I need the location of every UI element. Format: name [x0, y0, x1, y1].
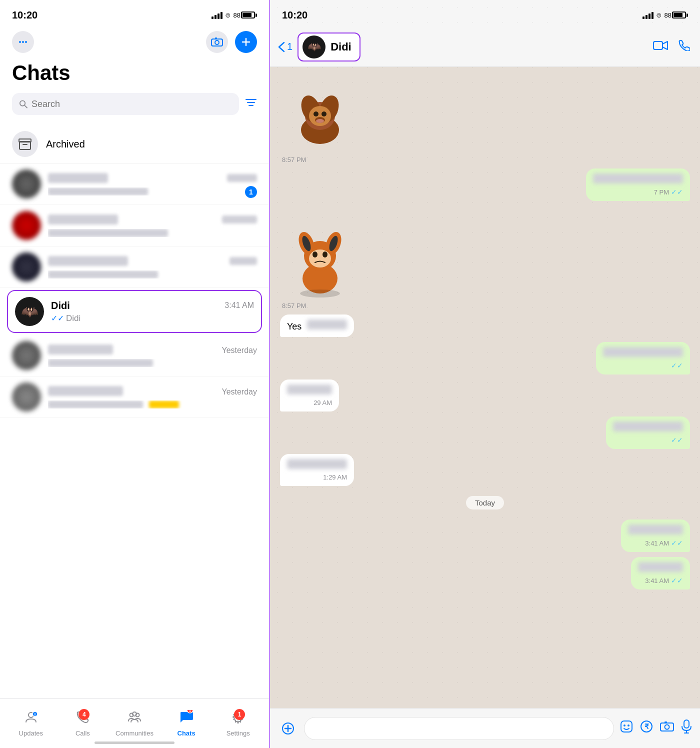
chat-time: Yesterday — [222, 346, 257, 355]
svg-point-51 — [628, 724, 630, 726]
double-tick-icon: ✓✓ — [671, 576, 683, 584]
battery-tip — [256, 14, 257, 17]
chat-time — [230, 257, 257, 267]
right-panel: 10:20 ⌾ 88 1 — [270, 0, 700, 748]
filter-icon[interactable] — [245, 98, 257, 110]
avatar — [12, 382, 41, 412]
search-bar[interactable] — [12, 93, 239, 115]
bubble-time: 7 PM — [654, 188, 669, 196]
message-input[interactable] — [304, 717, 614, 740]
video-icon — [653, 40, 668, 51]
communities-icon — [128, 710, 142, 728]
menu-button[interactable] — [12, 31, 34, 53]
tab-calls[interactable]: 4 Calls — [57, 710, 109, 737]
voice-call-button[interactable] — [678, 39, 690, 54]
chat-content: Yesterday — [48, 344, 257, 367]
right-signal-bars-icon — [642, 11, 654, 19]
chat-time: Yesterday — [222, 388, 257, 396]
settings-badge: 1 — [234, 709, 245, 720]
wifi-icon: ⌾ — [226, 10, 230, 20]
archive-box-icon — [18, 138, 32, 150]
camera-button[interactable] — [206, 31, 228, 53]
left-time: 10:20 — [12, 10, 38, 21]
tab-chats[interactable]: 1 Chats — [160, 710, 212, 737]
chat-content — [48, 173, 257, 196]
sent-bubble-4: 3:41 AM ✓✓ — [621, 520, 690, 552]
list-item[interactable]: Yesterday — [0, 335, 269, 376]
chat-preview — [48, 270, 257, 278]
bubble-time-row: ✓✓ — [603, 362, 683, 370]
list-item[interactable]: 1 — [0, 164, 269, 205]
archived-row[interactable]: Archived — [0, 125, 269, 164]
received-bubble: Yes — [280, 314, 354, 337]
svg-text:₹: ₹ — [644, 722, 649, 730]
svg-point-1 — [22, 41, 24, 43]
dog-sticker-svg — [285, 80, 355, 150]
chat-content — [48, 256, 257, 278]
svg-point-33 — [322, 112, 326, 116]
chat-header-name: Didi — [330, 40, 352, 54]
bubble-text: Yes — [287, 322, 302, 332]
blurred-preview-2 — [149, 400, 179, 408]
contact-header-highlight: 🦇 Didi — [298, 32, 360, 62]
plus-circle-icon — [282, 722, 294, 735]
svg-point-19 — [34, 715, 36, 716]
rupee-icon: ₹ — [640, 720, 653, 733]
svg-point-32 — [314, 112, 318, 116]
chat-name — [48, 344, 113, 357]
search-input[interactable] — [32, 99, 232, 110]
svg-rect-26 — [654, 42, 662, 50]
chat-header-row — [48, 256, 257, 268]
avatar — [12, 341, 41, 370]
sent-bubble-5: 3:41 AM ✓✓ — [631, 557, 690, 590]
double-tick-icon: ✓✓ — [51, 314, 64, 323]
signal-bars-icon — [212, 11, 222, 19]
chat-preview-didi: ✓✓ Didi — [51, 314, 254, 324]
chat-input-bar: ₹ — [270, 708, 700, 748]
add-attachment-button[interactable] — [278, 718, 298, 738]
tab-updates[interactable]: Updates — [5, 710, 57, 737]
filter-lines-icon — [245, 98, 257, 108]
video-call-button[interactable] — [653, 39, 668, 54]
sticker-button[interactable] — [620, 720, 633, 736]
search-bar-container — [0, 93, 269, 125]
microphone-icon — [681, 720, 692, 734]
double-tick-icon: ✓✓ — [671, 188, 683, 196]
tab-communities[interactable]: Communities — [108, 710, 160, 737]
chat-header-row: Yesterday — [48, 386, 257, 398]
list-item[interactable] — [0, 205, 269, 246]
message-row: 8:57 PM — [280, 206, 690, 310]
compose-button[interactable] — [235, 31, 257, 53]
chat-top-bar: 1 🦇 Didi — [270, 27, 700, 67]
camera-input-button[interactable] — [660, 720, 674, 736]
chats-svg-icon: 1 — [179, 710, 194, 724]
blurred-preview — [48, 400, 143, 408]
dots-icon — [18, 36, 28, 48]
list-item[interactable]: Yesterday — [0, 376, 269, 418]
right-battery-tip — [686, 14, 688, 17]
blurred-content — [287, 459, 347, 469]
svg-point-42 — [309, 250, 331, 268]
back-button[interactable]: 1 — [278, 41, 292, 52]
double-tick-icon: ✓✓ — [671, 539, 683, 547]
rupee-button[interactable]: ₹ — [640, 720, 653, 736]
tab-settings[interactable]: 1 Settings — [212, 710, 264, 737]
blurred-preview — [48, 229, 168, 237]
chat-top-bar-left: 1 🦇 Didi — [278, 32, 360, 62]
bubble-time-row: ✓✓ — [613, 436, 683, 444]
list-item-didi[interactable]: 🦇 Didi 3:41 AM ✓✓ Didi — [7, 290, 262, 333]
list-item[interactable] — [0, 246, 269, 288]
calls-badge: 4 — [78, 709, 90, 720]
blurred-name — [48, 386, 123, 396]
blurred-preview — [48, 270, 158, 278]
bubble-time-row: 29 AM — [287, 399, 332, 406]
right-battery-pct: 88 — [664, 12, 672, 19]
left-panel: 10:20 ⌾ 88 — [0, 0, 270, 748]
bubble-time-row: 3:41 AM ✓✓ — [628, 539, 683, 547]
sticker-icon — [620, 720, 633, 733]
avatar-batman: 🦇 — [15, 297, 44, 326]
chat-messages: 8:57 PM 7 PM ✓✓ — [270, 67, 700, 708]
blurred-content — [638, 562, 683, 572]
blurred-yes-extra — [307, 320, 347, 330]
microphone-button[interactable] — [681, 720, 692, 737]
